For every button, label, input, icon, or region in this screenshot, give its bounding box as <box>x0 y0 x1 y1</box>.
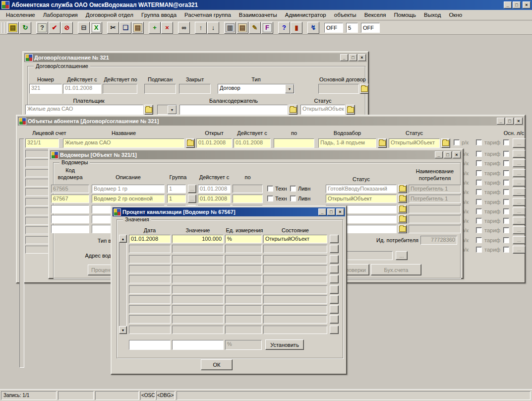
name-lookup-button[interactable] <box>186 138 195 148</box>
tariff-checkbox[interactable] <box>476 237 482 243</box>
percent-row-side-button[interactable] <box>330 326 339 334</box>
connect-button[interactable]: ↯ <box>307 22 319 34</box>
percent-row-date[interactable] <box>129 315 171 324</box>
meter-row-valid-from[interactable]: 01.01.2008 <box>198 185 231 193</box>
percent-row-side-button[interactable] <box>330 245 339 253</box>
percent-row-unit[interactable] <box>225 255 262 264</box>
valid-to-field[interactable] <box>103 84 137 94</box>
accounts-button[interactable]: Бух.счета <box>371 264 421 275</box>
percent-row-value[interactable]: 100.000 <box>172 235 224 243</box>
percent-row-side-button[interactable] <box>330 305 339 314</box>
objects-row-account[interactable]: 321/1 <box>25 138 59 148</box>
tariff-checkbox[interactable] <box>476 227 482 233</box>
percent-row-date[interactable] <box>129 295 171 304</box>
maximize-icon[interactable]: □ <box>513 1 521 8</box>
meter-group-lookup-button[interactable]: ... <box>188 195 196 203</box>
percent-row-state[interactable] <box>263 275 327 283</box>
meter-row-group[interactable]: 1 <box>167 195 186 203</box>
cancel-button[interactable]: ⊘ <box>61 22 73 34</box>
percent-row-value[interactable] <box>172 326 224 334</box>
percent-row-side-button[interactable] <box>330 265 339 273</box>
percent-row-side-button[interactable] <box>330 315 339 324</box>
main-account-lookup-button[interactable]: ... <box>513 207 526 215</box>
status-lookup-button[interactable] <box>441 138 450 148</box>
exit-button[interactable]: ▮ <box>291 22 302 34</box>
query-count-button[interactable]: ? <box>36 22 48 34</box>
percent-row-state[interactable]: ОткрытыйОбъект <box>263 235 327 243</box>
scroll-up-icon[interactable]: ▲ <box>119 235 127 243</box>
percent-row-unit[interactable] <box>225 245 262 253</box>
meter-row-code[interactable] <box>51 225 89 233</box>
percent-row-value[interactable] <box>172 255 224 264</box>
move-down-button[interactable]: ↓ <box>207 22 219 34</box>
grid-scrollbar[interactable] <box>19 138 24 368</box>
intake-lookup-button[interactable] <box>378 138 387 148</box>
payer-lookup-button[interactable] <box>144 105 153 115</box>
rk-checkbox[interactable] <box>454 139 460 145</box>
percent-row-unit[interactable] <box>225 265 262 273</box>
percent-row-date[interactable] <box>129 326 171 334</box>
objects-row-opened[interactable]: 01.01.2008 <box>196 138 232 148</box>
close-icon[interactable]: × <box>453 151 461 158</box>
objects-window-title-bar[interactable]: Объекты абонента [Договор/соглашение № 3… <box>18 117 524 126</box>
commit-check-button[interactable]: ✔ <box>49 22 60 34</box>
set-button[interactable]: Установить <box>265 339 304 350</box>
percent-row-date[interactable] <box>129 285 171 294</box>
menu-item-10[interactable]: Помощь <box>390 11 420 19</box>
percent-row-state[interactable] <box>263 255 327 264</box>
main-account-lookup-button[interactable]: ... <box>513 138 526 148</box>
meter-row-description[interactable]: Водомер 1 гр <box>92 185 165 193</box>
menu-item-9[interactable]: Векселя <box>360 11 390 19</box>
menu-item-4[interactable]: Группа ввода <box>137 11 180 19</box>
status-lookup-button[interactable] <box>398 195 407 203</box>
maximize-icon[interactable]: □ <box>349 54 357 61</box>
meter-extra-lookup-button[interactable]: ... <box>396 251 408 260</box>
move-up-button[interactable]: ↑ <box>195 22 207 34</box>
status-field[interactable]: ОткрытыйОбъек <box>300 105 345 115</box>
menu-item-2[interactable]: Лаборатория <box>39 11 82 19</box>
new-date-input[interactable] <box>129 340 171 350</box>
percent-row-state[interactable] <box>263 285 327 294</box>
percent-row-state[interactable] <box>263 305 327 314</box>
percent-row-unit[interactable] <box>225 326 262 334</box>
chevron-down-icon[interactable]: ▼ <box>168 105 177 114</box>
clipboard-button[interactable]: ▤ <box>236 22 248 34</box>
toolbar-field-2[interactable] <box>346 23 358 33</box>
main-account-lookup-button[interactable]: ... <box>513 159 526 167</box>
meter-row-code[interactable] <box>51 205 89 213</box>
main-account-checkbox[interactable] <box>503 151 509 157</box>
find-button[interactable]: ∞ <box>178 22 190 34</box>
main-account-checkbox[interactable] <box>503 199 509 205</box>
funds-button[interactable]: F <box>261 22 273 34</box>
main-account-lookup-button[interactable]: ... <box>513 236 526 244</box>
percent-row-unit[interactable]: % <box>225 235 262 243</box>
trash-button[interactable]: ▥ <box>224 22 236 34</box>
tech-checkbox[interactable] <box>267 196 273 201</box>
main-account-checkbox[interactable] <box>503 160 509 166</box>
edit-note-button[interactable]: ✎ <box>249 22 261 34</box>
values-scrollbar[interactable] <box>119 235 127 334</box>
menu-item-12[interactable]: Окно <box>445 11 466 19</box>
main-account-checkbox[interactable] <box>503 170 509 176</box>
percent-row-state[interactable] <box>263 265 327 273</box>
close-icon[interactable]: × <box>523 1 531 8</box>
close-icon[interactable]: × <box>515 118 523 125</box>
signed-field[interactable] <box>144 84 176 94</box>
copy-button[interactable]: ❏ <box>119 22 131 34</box>
meter-row-group[interactable]: 1 <box>167 185 186 193</box>
percent-row-state[interactable] <box>263 315 327 324</box>
tech-checkbox[interactable] <box>267 186 273 192</box>
main-account-lookup-button[interactable]: ... <box>513 217 526 225</box>
minimize-icon[interactable]: _ <box>504 1 512 8</box>
main-account-checkbox[interactable] <box>503 218 509 224</box>
percent-row-state[interactable] <box>263 245 327 253</box>
tariff-checkbox[interactable] <box>476 170 482 176</box>
balance-holder-lookup-button[interactable] <box>289 105 297 115</box>
tariff-checkbox[interactable] <box>476 189 482 195</box>
main-account-checkbox[interactable] <box>503 139 509 145</box>
percent-row-side-button[interactable] <box>330 235 339 243</box>
minimize-icon[interactable]: _ <box>435 151 443 158</box>
percent-row-side-button[interactable] <box>330 255 339 264</box>
meter-row-valid-from[interactable]: 01.01.2008 <box>198 195 231 203</box>
maximize-icon[interactable]: □ <box>444 151 452 158</box>
